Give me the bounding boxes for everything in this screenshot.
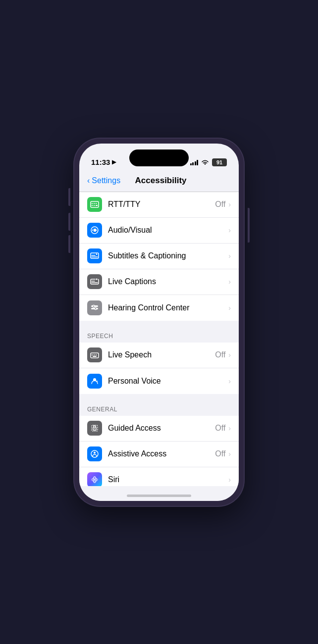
svg-point-17 [96,279,98,280]
hearing-control-label: Hearing Control Center [108,303,228,312]
siri-row[interactable]: Siri › [79,467,239,486]
signal-bar-3 [195,161,196,165]
personal-voice-chevron-icon: › [228,377,231,385]
rtt-icon [87,197,102,212]
siri-icon [87,472,102,486]
guided-access-value: Off [215,424,225,433]
svg-rect-24 [94,354,95,355]
svg-point-33 [94,452,96,454]
nav-title: Accessibility [120,176,201,186]
signal-bars [190,159,199,165]
signal-bar-4 [197,160,198,165]
svg-rect-5 [94,205,95,206]
subtitles-icon [87,248,102,263]
svg-point-9 [96,230,97,231]
subtitles-label: Subtitles & Captioning [108,251,228,260]
assistive-access-value: Off [215,449,225,458]
chevron-left-icon: ‹ [87,176,90,185]
signal-bar-2 [192,162,194,165]
personal-voice-row[interactable]: Personal Voice › [79,368,239,394]
subtitles-captioning-row[interactable]: Subtitles & Captioning › [79,244,239,269]
home-indicator [79,486,239,501]
hearing-section: RTT/TTY Off › [79,192,239,321]
battery-icon: 91 [212,158,227,166]
hearing-group: RTT/TTY Off › [79,192,239,321]
svg-point-21 [95,307,97,309]
assistive-access-chevron-icon: › [228,450,231,458]
general-section: GENERAL Guided Access [79,398,239,486]
live-speech-row[interactable]: Live Speech Off › [79,343,239,368]
siri-label: Siri [108,475,228,484]
speech-header: SPEECH [79,325,239,343]
rtt-value: Off [215,200,225,209]
general-group: Guided Access Off › Ass [79,416,239,486]
svg-point-32 [91,450,98,457]
svg-rect-23 [92,354,93,355]
svg-rect-25 [96,354,97,355]
phone-frame: 11:33 ▶ 91 [74,139,244,506]
svg-rect-22 [91,353,99,358]
audio-visual-chevron-icon: › [228,226,231,234]
svg-rect-8 [94,229,96,232]
hearing-control-center-row[interactable]: Hearing Control Center › [79,295,239,321]
rtt-label: RTT/TTY [108,200,215,209]
guided-access-label: Guided Access [108,424,215,433]
back-label: Settings [92,176,120,185]
guided-access-row[interactable]: Guided Access Off › [79,416,239,442]
svg-rect-2 [94,203,95,204]
rtt-chevron-icon: › [228,200,231,208]
location-icon: ▶ [112,159,116,165]
speech-group: Live Speech Off › [79,343,239,394]
nav-bar: ‹ Settings Accessibility [79,170,239,192]
scroll-content[interactable]: RTT/TTY Off › [79,192,239,486]
svg-rect-26 [93,356,97,357]
assistive-access-row[interactable]: Assistive Access Off › [79,442,239,467]
hearing-control-chevron-icon: › [228,304,231,312]
svg-point-20 [93,305,95,307]
audio-visual-row[interactable]: Audio/Visual › [79,218,239,244]
live-speech-chevron-icon: › [228,351,231,359]
svg-point-28 [97,381,98,382]
svg-rect-6 [96,205,98,206]
siri-chevron-icon: › [228,476,231,484]
svg-rect-4 [92,205,93,206]
wifi-icon [201,159,209,165]
live-captions-label: Live Captions [108,277,228,286]
assistive-access-icon [87,446,102,461]
personal-voice-label: Personal Voice [108,377,228,386]
phone-screen: 11:33 ▶ 91 [79,144,239,501]
live-speech-icon [87,347,102,362]
speech-section: SPEECH Live Spe [79,325,239,394]
svg-rect-3 [96,203,97,204]
home-bar [127,495,191,497]
hearing-control-icon [87,300,102,315]
personal-voice-icon [87,374,102,389]
svg-point-31 [94,428,95,429]
live-captions-row[interactable]: Live Captions › [79,269,239,295]
svg-point-36 [94,479,96,481]
guided-access-icon [87,421,102,436]
audio-visual-label: Audio/Visual [108,226,228,235]
rtt-tty-row[interactable]: RTT/TTY Off › [79,192,239,218]
status-icons: 91 [190,158,227,166]
live-speech-label: Live Speech [108,350,215,359]
back-button[interactable]: ‹ Settings [87,176,120,185]
svg-rect-1 [92,203,93,204]
audio-visual-icon [87,223,102,238]
battery-level: 91 [216,159,222,165]
status-time: 11:33 ▶ [91,158,116,166]
subtitles-chevron-icon: › [228,252,231,260]
live-captions-icon [87,274,102,289]
time-display: 11:33 [91,158,110,166]
dynamic-island [129,149,189,166]
live-speech-value: Off [215,350,225,359]
assistive-access-label: Assistive Access [108,449,215,458]
live-captions-chevron-icon: › [228,278,231,286]
guided-access-chevron-icon: › [228,424,231,432]
signal-bar-1 [190,163,192,165]
general-header: GENERAL [79,398,239,416]
svg-rect-0 [91,201,99,207]
